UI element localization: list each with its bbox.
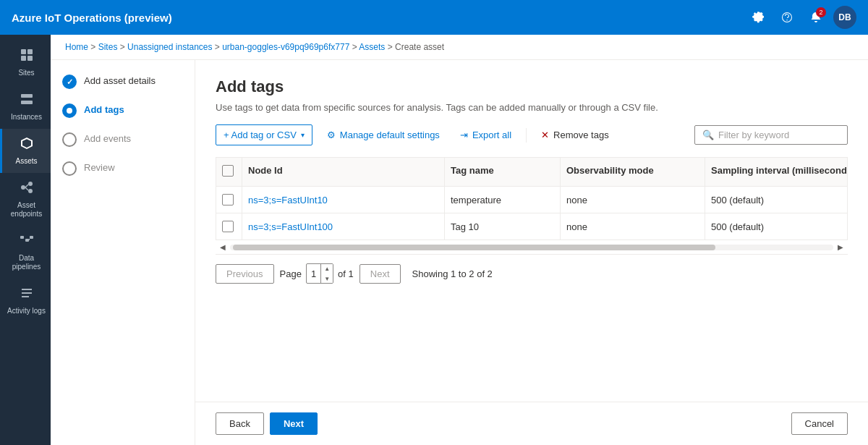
svg-point-8 [28, 189, 33, 193]
dropdown-chevron-icon: ▾ [301, 131, 305, 139]
svg-point-17 [67, 108, 72, 114]
notifications-button[interactable]: 2 [804, 6, 827, 29]
page-current-value[interactable]: 1 [307, 268, 320, 279]
svg-rect-5 [21, 101, 33, 104]
header-node-id: Node Id [242, 158, 445, 186]
remove-tags-button[interactable]: ✕ Remove tags [535, 125, 615, 145]
wizard-step-add-tags[interactable]: Add tags [62, 103, 183, 118]
step-label-1: Add asset details [84, 75, 156, 86]
table-row: ns=3;s=FastUInt10 temperature none 500 (… [216, 187, 847, 213]
svg-line-9 [25, 185, 28, 187]
step-circle-2 [62, 103, 77, 118]
row2-tag-name: Tag 10 [445, 213, 561, 240]
sidebar: Sites Instances Assets [0, 35, 51, 445]
step-label-2: Add tags [84, 103, 124, 115]
scroll-track[interactable] [230, 245, 833, 250]
sidebar-label-data-pipelines: Data pipelines [5, 254, 48, 271]
nav-icons: 2 DB [746, 6, 856, 29]
help-button[interactable] [775, 6, 799, 29]
page-description: Use tags to get data from specific sourc… [216, 102, 848, 113]
activity-logs-icon [20, 286, 34, 304]
wizard-step-review[interactable]: Review [62, 161, 183, 176]
next-page-button[interactable]: Next [359, 264, 401, 284]
breadcrumb-sites[interactable]: Sites [98, 42, 118, 52]
filter-input-container[interactable]: 🔍 [694, 125, 848, 145]
sidebar-label-assets: Assets [15, 157, 37, 166]
svg-rect-0 [21, 49, 26, 54]
row1-node-id-link[interactable]: ns=3;s=FastUInt10 [248, 195, 328, 205]
search-icon: 🔍 [702, 130, 714, 140]
row1-obs-mode: none [561, 187, 705, 213]
add-tag-csv-button[interactable]: + Add tag or CSV ▾ [216, 124, 312, 145]
toolbar: + Add tag or CSV ▾ ⚙ Manage default sett… [216, 124, 848, 145]
sidebar-item-sites[interactable]: Sites [0, 41, 51, 85]
breadcrumb-assets[interactable]: Assets [359, 42, 385, 52]
breadcrumb: Home > Sites > Unassigned instances > ur… [51, 35, 868, 60]
cancel-button[interactable]: Cancel [791, 412, 848, 435]
page-title: Add tags [216, 77, 848, 96]
page-down-arrow[interactable]: ▼ [321, 274, 333, 284]
toolbar-separator [526, 128, 527, 143]
export-icon: ⇥ [460, 130, 468, 140]
breadcrumb-unassigned-instances[interactable]: Unassigned instances [127, 42, 212, 52]
scroll-thumb[interactable] [233, 245, 715, 250]
pagination: Previous Page 1 ▲ ▼ of 1 [216, 255, 848, 292]
wizard-step-add-events[interactable]: Add events [62, 132, 183, 147]
add-tag-csv-label: + Add tag or CSV [224, 130, 297, 140]
gear-icon: ⚙ [327, 130, 336, 140]
row2-checkbox[interactable] [216, 213, 242, 240]
page-number-box[interactable]: 1 ▲ ▼ [306, 263, 333, 284]
svg-point-6 [21, 185, 25, 190]
filter-input[interactable] [718, 130, 840, 140]
sidebar-item-data-pipelines[interactable]: Data pipelines [0, 226, 51, 279]
sidebar-item-activity-logs[interactable]: Activity logs [0, 279, 51, 323]
step-circle-3 [62, 132, 77, 147]
export-all-label: Export all [472, 130, 511, 140]
breadcrumb-device[interactable]: urban-goggles-v69pq969p6fx777 [222, 42, 349, 52]
remove-icon: ✕ [541, 130, 549, 140]
svg-rect-4 [21, 94, 33, 98]
row1-select-checkbox[interactable] [222, 194, 234, 205]
breadcrumb-home[interactable]: Home [65, 42, 88, 52]
row1-node-id: ns=3;s=FastUInt10 [242, 187, 445, 213]
table-row: ns=3;s=FastUInt100 Tag 10 none 500 (defa… [216, 213, 847, 240]
row2-select-checkbox[interactable] [222, 221, 234, 232]
breadcrumb-current: Create asset [395, 42, 444, 52]
sidebar-item-asset-endpoints[interactable]: Asset endpoints [0, 173, 51, 226]
row2-node-id: ns=3;s=FastUInt100 [242, 213, 445, 240]
page-up-arrow[interactable]: ▲ [321, 263, 333, 274]
scroll-left-arrow[interactable]: ◀ [216, 243, 230, 251]
row1-checkbox[interactable] [216, 187, 242, 213]
settings-button[interactable] [746, 6, 770, 29]
manage-settings-label: Manage default settings [340, 130, 440, 140]
back-button[interactable]: Back [216, 412, 264, 435]
tags-table: Node Id Tag name Observability mode Samp… [216, 157, 848, 240]
export-all-button[interactable]: ⇥ Export all [454, 125, 517, 145]
showing-info: Showing 1 to 2 of 2 [412, 268, 493, 279]
scroll-right-arrow[interactable]: ▶ [833, 243, 848, 251]
row2-node-id-link[interactable]: ns=3;s=FastUInt100 [248, 221, 333, 232]
horizontal-scrollbar[interactable]: ◀ ▶ [216, 240, 848, 255]
table-header: Node Id Tag name Observability mode Samp… [216, 158, 847, 187]
header-checkbox-cell[interactable] [216, 158, 242, 186]
step-circle-4 [62, 161, 77, 176]
manage-settings-button[interactable]: ⚙ Manage default settings [321, 125, 446, 145]
svg-point-7 [28, 182, 33, 186]
select-all-checkbox[interactable] [222, 165, 234, 177]
step-label-4: Review [84, 161, 115, 173]
previous-button[interactable]: Previous [216, 264, 274, 284]
svg-line-10 [25, 187, 28, 190]
header-sampling: Sampling interval (milliseconds) [705, 158, 848, 186]
row1-tag-name: temperature [445, 187, 561, 213]
top-navigation: Azure IoT Operations (preview) 2 DB [0, 0, 868, 35]
svg-rect-16 [22, 296, 29, 297]
header-obs-mode: Observability mode [561, 158, 705, 186]
sidebar-item-assets[interactable]: Assets [0, 129, 51, 173]
user-avatar[interactable]: DB [833, 6, 856, 29]
sidebar-item-instances[interactable]: Instances [0, 85, 51, 129]
app-title: Azure IoT Operations (preview) [12, 12, 172, 24]
next-button[interactable]: Next [270, 412, 318, 435]
step-circle-1: ✓ [62, 75, 77, 89]
row2-sampling: 500 (default) [705, 213, 848, 240]
wizard-step-asset-details[interactable]: ✓ Add asset details [62, 75, 183, 89]
